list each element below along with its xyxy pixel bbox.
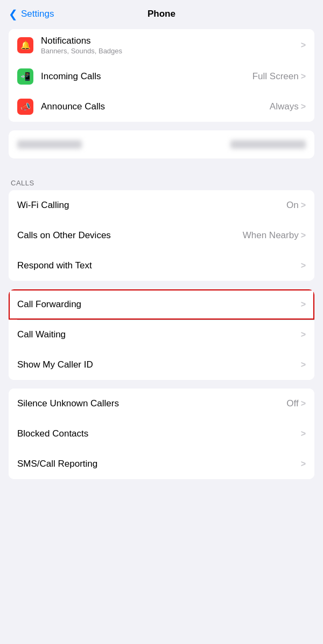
chevron-right-icon: > bbox=[301, 261, 306, 271]
sms-reporting-title: SMS/Call Reporting bbox=[17, 459, 301, 469]
sms-reporting-right: > bbox=[301, 459, 306, 469]
calls-section-label: CALLS bbox=[0, 179, 323, 190]
call-waiting-title: Call Waiting bbox=[17, 329, 301, 340]
sms-reporting-content: SMS/Call Reporting bbox=[17, 459, 301, 469]
announce-calls-value: Always bbox=[270, 101, 299, 112]
announce-calls-content: Announce Calls bbox=[41, 101, 270, 112]
call-forwarding-right: > bbox=[301, 300, 306, 309]
call-forwarding-title: Call Forwarding bbox=[17, 299, 301, 310]
wifi-calling-row[interactable]: Wi-Fi Calling On > bbox=[9, 190, 314, 220]
sms-reporting-row[interactable]: SMS/Call Reporting > bbox=[9, 449, 314, 479]
incoming-calls-right: Full Screen > bbox=[252, 71, 306, 82]
calls-settings-group: Wi-Fi Calling On > Calls on Other Device… bbox=[9, 190, 314, 281]
notifications-row[interactable]: 🔔 Notifications Banners, Sounds, Badges … bbox=[9, 29, 314, 61]
incoming-calls-row[interactable]: 📲 Incoming Calls Full Screen > bbox=[9, 61, 314, 92]
announce-calls-row[interactable]: 📣 Announce Calls Always > bbox=[9, 92, 314, 122]
chevron-left-icon: ❮ bbox=[9, 8, 18, 20]
silence-unknown-title: Silence Unknown Callers bbox=[17, 398, 286, 409]
call-forwarding-row[interactable]: Call Forwarding > bbox=[9, 289, 314, 320]
calls-other-devices-value: When Nearby bbox=[243, 230, 299, 241]
incoming-calls-content: Incoming Calls bbox=[41, 71, 252, 82]
chevron-right-icon: > bbox=[301, 200, 306, 210]
silence-unknown-content: Silence Unknown Callers bbox=[17, 398, 286, 409]
announce-calls-icon: 📣 bbox=[17, 99, 33, 115]
forwarding-settings-group: Call Forwarding > Call Waiting > Show My… bbox=[9, 289, 314, 380]
wifi-calling-value: On bbox=[286, 200, 299, 211]
announce-calls-right: Always > bbox=[270, 101, 306, 112]
notifications-title: Notifications bbox=[41, 36, 301, 46]
calls-other-devices-content: Calls on Other Devices bbox=[17, 230, 243, 241]
call-forwarding-content: Call Forwarding bbox=[17, 299, 301, 310]
chevron-right-icon: > bbox=[301, 459, 306, 469]
incoming-calls-title: Incoming Calls bbox=[41, 71, 252, 82]
call-waiting-content: Call Waiting bbox=[17, 329, 301, 340]
notifications-right: > bbox=[301, 40, 306, 50]
chevron-right-icon: > bbox=[301, 399, 306, 408]
silence-unknown-row[interactable]: Silence Unknown Callers Off > bbox=[9, 389, 314, 419]
chevron-right-icon: > bbox=[301, 40, 306, 50]
respond-with-text-title: Respond with Text bbox=[17, 260, 301, 271]
incoming-calls-value: Full Screen bbox=[252, 71, 299, 82]
caller-id-content: Show My Caller ID bbox=[17, 359, 301, 370]
top-settings-group: 🔔 Notifications Banners, Sounds, Badges … bbox=[9, 29, 314, 122]
silence-unknown-value: Off bbox=[286, 398, 298, 409]
calls-other-devices-right: When Nearby > bbox=[243, 230, 306, 241]
notifications-subtitle: Banners, Sounds, Badges bbox=[41, 47, 301, 55]
blocked-contacts-title: Blocked Contacts bbox=[17, 428, 301, 439]
blocked-contacts-right: > bbox=[301, 429, 306, 439]
chevron-right-icon: > bbox=[301, 300, 306, 309]
incoming-calls-icon: 📲 bbox=[17, 68, 33, 85]
page-title: Phone bbox=[148, 9, 175, 19]
respond-with-text-content: Respond with Text bbox=[17, 260, 301, 271]
wifi-calling-right: On > bbox=[286, 200, 306, 211]
header: ❮ Settings Phone bbox=[0, 0, 323, 25]
silence-unknown-right: Off > bbox=[286, 398, 306, 409]
chevron-right-icon: > bbox=[301, 360, 306, 370]
back-button[interactable]: ❮ Settings bbox=[9, 8, 54, 20]
phone-number-right bbox=[230, 140, 306, 149]
chevron-right-icon: > bbox=[301, 72, 306, 81]
calls-other-devices-row[interactable]: Calls on Other Devices When Nearby > bbox=[9, 220, 314, 251]
caller-id-title: Show My Caller ID bbox=[17, 359, 301, 370]
call-waiting-row[interactable]: Call Waiting > bbox=[9, 320, 314, 350]
phone-number-left bbox=[17, 140, 82, 149]
call-waiting-right: > bbox=[301, 330, 306, 340]
caller-id-row[interactable]: Show My Caller ID > bbox=[9, 350, 314, 380]
notifications-content: Notifications Banners, Sounds, Badges bbox=[41, 36, 301, 55]
caller-id-right: > bbox=[301, 360, 306, 370]
chevron-right-icon: > bbox=[301, 429, 306, 439]
calls-other-devices-title: Calls on Other Devices bbox=[17, 230, 243, 241]
chevron-right-icon: > bbox=[301, 330, 306, 340]
wifi-calling-title: Wi-Fi Calling bbox=[17, 200, 286, 211]
blocked-contacts-row[interactable]: Blocked Contacts > bbox=[9, 419, 314, 449]
blocked-contacts-content: Blocked Contacts bbox=[17, 428, 301, 439]
phone-info-row bbox=[9, 130, 314, 158]
chevron-right-icon: > bbox=[301, 231, 306, 240]
respond-with-text-row[interactable]: Respond with Text > bbox=[9, 251, 314, 281]
announce-calls-title: Announce Calls bbox=[41, 101, 270, 112]
notifications-icon: 🔔 bbox=[17, 37, 33, 53]
wifi-calling-content: Wi-Fi Calling bbox=[17, 200, 286, 211]
back-label[interactable]: Settings bbox=[21, 9, 54, 19]
chevron-right-icon: > bbox=[301, 102, 306, 112]
respond-with-text-right: > bbox=[301, 261, 306, 271]
bottom-settings-group: Silence Unknown Callers Off > Blocked Co… bbox=[9, 389, 314, 479]
